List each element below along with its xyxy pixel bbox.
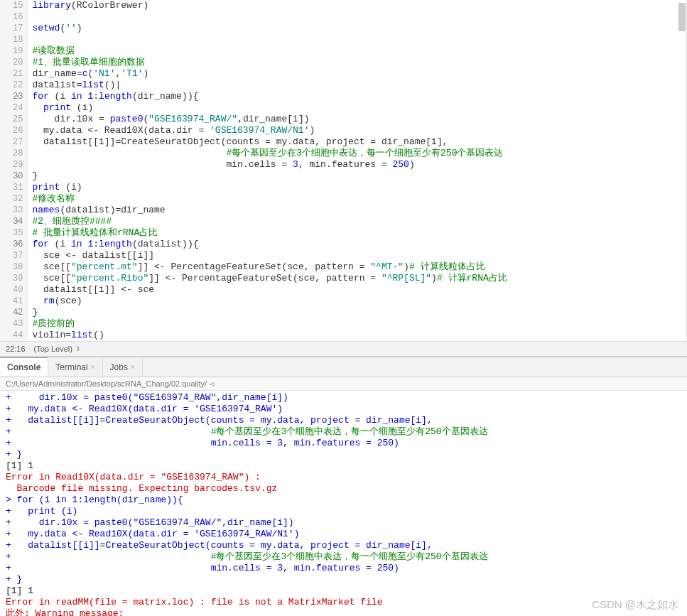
scope-selector[interactable]: (Top Level) ⇕ (34, 345, 81, 353)
scope-label: (Top Level) (34, 345, 72, 353)
line-gutter: 1516171819202122232425262728293031323334… (0, 0, 28, 341)
code-area[interactable]: 1516171819202122232425262728293031323334… (0, 0, 687, 341)
cursor-position: 22:16 (6, 345, 26, 353)
console-path-bar: C:/Users/Administrator/Desktop/scRNA_Cha… (0, 377, 687, 391)
editor-status-bar: 22:16 (Top Level) ⇕ (0, 341, 687, 357)
close-icon[interactable]: × (131, 363, 135, 371)
path-arrow-icon[interactable]: ➪ (210, 380, 215, 388)
editor-scrollbar[interactable] (678, 3, 686, 31)
tab-terminal[interactable]: Terminal× (48, 357, 102, 377)
bottom-tabs: Console Terminal× Jobs× (0, 357, 687, 377)
updown-icon: ⇕ (75, 345, 81, 352)
tab-jobs[interactable]: Jobs× (103, 357, 143, 377)
console-output[interactable]: + dir.10x = paste0("GSE163974_RAW",dir_n… (0, 391, 687, 616)
code-lines[interactable]: library(RColorBrewer)setwd('')#读取数据#1、批量… (28, 0, 686, 341)
watermark: CSDN @木之如水 (592, 598, 678, 612)
source-editor-pane: 1516171819202122232425262728293031323334… (0, 0, 687, 357)
close-icon[interactable]: × (91, 363, 95, 371)
tab-console[interactable]: Console (0, 357, 48, 377)
console-path-text: C:/Users/Administrator/Desktop/scRNA_Cha… (6, 379, 207, 388)
